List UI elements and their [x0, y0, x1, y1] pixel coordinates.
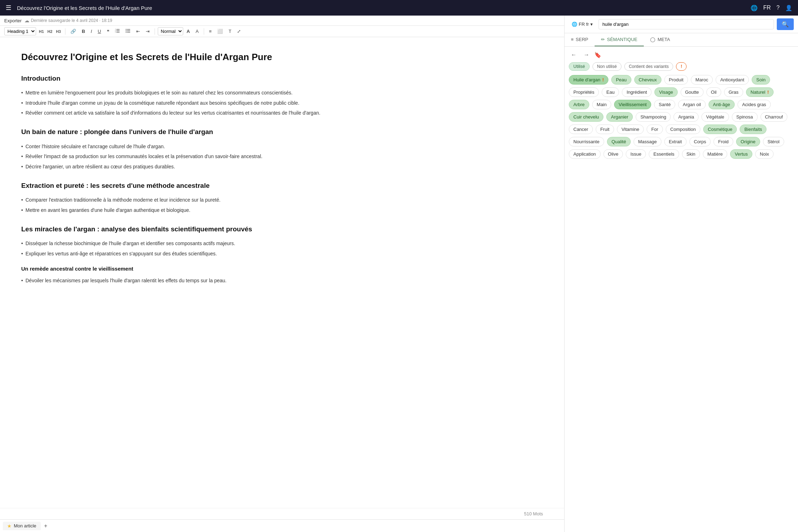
section-heading-2: Extraction et pureté : les secrets d'une… — [21, 180, 543, 191]
keyword-tag[interactable]: Vitamine — [617, 125, 644, 134]
h2-button[interactable]: H2 — [46, 29, 54, 34]
keyword-tag[interactable]: Argania — [673, 112, 699, 122]
next-arrow[interactable]: → — [582, 51, 591, 59]
filter-unused-button[interactable]: Non utilisé — [592, 62, 621, 71]
keyword-tag[interactable]: Naturel ! — [746, 87, 774, 97]
divider-3 — [204, 28, 204, 35]
keyword-tag[interactable]: Olive — [603, 149, 623, 159]
right-tabs: ≡ SERP ✏ SÉMANTIQUE ◯ META — [565, 33, 798, 47]
keyword-tag[interactable]: Eau — [602, 87, 619, 97]
editor-content[interactable]: Découvrez l'Origine et les Secrets de l'… — [0, 37, 564, 508]
keyword-tag[interactable]: Massage — [634, 137, 661, 146]
help-icon[interactable]: ? — [776, 5, 780, 11]
keyword-tag[interactable]: Vieillissement — [614, 100, 651, 109]
keyword-tag[interactable]: Spinosa — [732, 112, 758, 122]
keyword-tag[interactable]: Huile d'argan ! — [569, 75, 608, 85]
user-icon[interactable]: 👤 — [785, 5, 792, 11]
language-selector[interactable]: 🌐 FR fr ▾ — [569, 20, 596, 28]
keyword-tag[interactable]: Essentiels — [649, 149, 679, 159]
keyword-tag[interactable]: Anti-âge — [709, 100, 735, 109]
keyword-tag[interactable]: Bienfaits — [740, 125, 767, 134]
keyword-tag[interactable]: Vertus — [730, 149, 752, 159]
heading-select[interactable]: Heading 1 Heading 2 Heading 3 Normal — [4, 27, 36, 35]
keyword-tag[interactable]: For — [647, 125, 663, 134]
ordered-list-button[interactable]: 123 — [113, 27, 122, 35]
keyword-tag[interactable]: Matière — [703, 149, 727, 159]
svg-text:3: 3 — [115, 31, 116, 33]
prev-arrow[interactable]: ← — [569, 51, 579, 59]
align-left-button[interactable]: ≡ — [207, 28, 214, 35]
link-button[interactable]: 🔗 — [68, 28, 78, 35]
indent-right-button[interactable]: ⇥ — [144, 28, 152, 35]
keyword-tag[interactable]: Issue — [626, 149, 646, 159]
h3-button[interactable]: H3 — [54, 29, 62, 34]
keyword-tag[interactable]: Végétale — [701, 112, 729, 122]
section-list-2: Comparer l'extraction traditionnelle à l… — [21, 196, 543, 214]
keyword-tag[interactable]: Charrouf — [761, 112, 788, 122]
keyword-tag[interactable]: Cheveux — [634, 75, 661, 85]
keyword-tag[interactable]: Peau — [611, 75, 631, 85]
tab-meta[interactable]: ◯ META — [644, 33, 676, 46]
add-tab-button[interactable]: + — [41, 521, 51, 531]
keyword-tag[interactable]: Shampooing — [636, 112, 671, 122]
color-button[interactable]: A — [185, 28, 192, 35]
keyword-tag[interactable]: Stérol — [763, 137, 784, 146]
search-input[interactable] — [598, 19, 774, 29]
search-button[interactable]: 🔍 — [777, 18, 794, 30]
keyword-tag[interactable]: Acides gras — [738, 100, 771, 109]
hamburger-icon[interactable]: ☰ — [6, 4, 11, 12]
filter-used-button[interactable]: Utilisé — [569, 62, 590, 71]
keyword-tag[interactable]: Corps — [689, 137, 711, 146]
filter-variants-button[interactable]: Contient des variants — [624, 62, 673, 71]
keyword-tag[interactable]: Produit — [664, 75, 688, 85]
globe-icon[interactable]: 🌐 — [751, 5, 758, 11]
keyword-tag[interactable]: Goutte — [681, 87, 704, 97]
section-list-4: Dévoiler les mécanismes par lesquels l'h… — [21, 277, 543, 284]
keyword-tag[interactable]: Maroc — [691, 75, 713, 85]
size-button[interactable]: A — [193, 28, 201, 35]
unordered-list-button[interactable] — [123, 27, 133, 35]
underline-button[interactable]: U — [96, 28, 103, 35]
keyword-tag[interactable]: Antioxydant — [716, 75, 749, 85]
tab-semantique[interactable]: ✏ SÉMANTIQUE — [595, 33, 644, 46]
filter-warning-button[interactable]: ! — [676, 62, 687, 71]
keyword-tag[interactable]: Composition — [666, 125, 700, 134]
article-tab[interactable]: ★ Mon article — [3, 522, 41, 530]
keyword-tag[interactable]: Application — [569, 149, 601, 159]
h1-button[interactable]: H1 — [37, 29, 45, 34]
keyword-tag[interactable]: Arganier — [606, 112, 633, 122]
keyword-tag[interactable]: Extrait — [664, 137, 687, 146]
export-button[interactable]: Exporter — [4, 18, 22, 23]
keyword-tag[interactable]: Oil — [706, 87, 721, 97]
keyword-tag[interactable]: Soin — [752, 75, 770, 85]
keyword-tag[interactable]: Noix — [755, 149, 774, 159]
clear-format-button[interactable]: T — [226, 28, 233, 35]
image-button[interactable]: ⬜ — [215, 28, 225, 35]
indent-left-button[interactable]: ⇤ — [134, 28, 142, 35]
keyword-tag[interactable]: Visage — [654, 87, 678, 97]
text-style-select[interactable]: Normal — [158, 27, 183, 35]
expand-button[interactable]: ⤢ — [235, 28, 243, 35]
italic-button[interactable]: I — [89, 28, 94, 35]
keyword-tag[interactable]: Qualité — [607, 137, 631, 146]
bookmark-icon[interactable]: 🔖 — [594, 52, 601, 58]
keyword-tag[interactable]: Cuir chevelu — [569, 112, 603, 122]
keyword-tag[interactable]: Skin — [682, 149, 700, 159]
keyword-tag[interactable]: Origine — [736, 137, 760, 146]
bold-button[interactable]: B — [80, 28, 87, 35]
keyword-tag[interactable]: Santé — [654, 100, 675, 109]
keyword-tag[interactable]: Froid — [713, 137, 733, 146]
keyword-tag[interactable]: Nourrissante — [569, 137, 604, 146]
keyword-tag[interactable]: Arbre — [569, 100, 589, 109]
lang-code[interactable]: FR — [763, 5, 771, 11]
keyword-tag[interactable]: Propriétés — [569, 87, 599, 97]
keyword-tag[interactable]: Argan oil — [678, 100, 705, 109]
tab-serp[interactable]: ≡ SERP — [565, 33, 595, 46]
keyword-tag[interactable]: Ingrédient — [622, 87, 652, 97]
keyword-tag[interactable]: Cosmétique — [703, 125, 737, 134]
keyword-tag[interactable]: Gras — [724, 87, 743, 97]
keyword-tag[interactable]: Fruit — [596, 125, 614, 134]
keyword-tag[interactable]: Cancer — [569, 125, 593, 134]
quote-button[interactable]: ❝ — [105, 28, 111, 35]
keyword-tag[interactable]: Main — [592, 100, 611, 109]
